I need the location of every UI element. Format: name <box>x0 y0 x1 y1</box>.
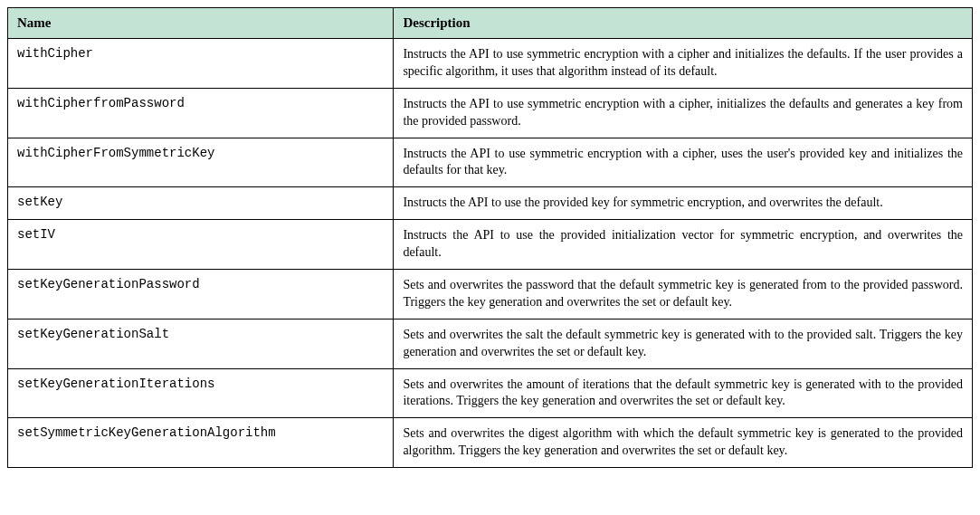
table-row: setKey Instructs the API to use the prov… <box>8 187 973 220</box>
table-row: setIV Instructs the API to use the provi… <box>8 220 973 270</box>
table-header-row: Name Description <box>8 8 973 39</box>
method-name: setIV <box>8 220 394 270</box>
method-description: Sets and overwrites the digest algorithm… <box>394 418 973 468</box>
method-description: Sets and overwrites the amount of iterat… <box>394 368 973 418</box>
method-name: setKeyGenerationSalt <box>8 319 394 368</box>
method-description: Sets and overwrites the password that th… <box>394 270 973 319</box>
method-description: Instructs the API to use the provided ke… <box>394 187 973 220</box>
method-description: Instructs the API to use symmetric encry… <box>394 88 973 138</box>
method-name: withCipherfromPassword <box>8 88 394 138</box>
table-row: withCipher Instructs the API to use symm… <box>8 39 973 89</box>
table-row: setKeyGenerationIterations Sets and over… <box>8 368 973 418</box>
method-description: Instructs the API to use symmetric encry… <box>394 39 973 89</box>
table-row: withCipherFromSymmetricKey Instructs the… <box>8 138 973 187</box>
method-name: setKeyGenerationIterations <box>8 368 394 418</box>
table-row: setKeyGenerationSalt Sets and overwrites… <box>8 319 973 368</box>
table-row: withCipherfromPassword Instructs the API… <box>8 88 973 138</box>
header-description: Description <box>394 8 973 39</box>
method-description: Instructs the API to use the provided in… <box>394 220 973 270</box>
header-name: Name <box>8 8 394 39</box>
method-description: Sets and overwrites the salt the default… <box>394 319 973 368</box>
method-name: withCipherFromSymmetricKey <box>8 138 394 187</box>
method-name: setSymmetricKeyGenerationAlgorithm <box>8 418 394 468</box>
method-description: Instructs the API to use symmetric encry… <box>394 138 973 187</box>
method-name: withCipher <box>8 39 394 89</box>
method-name: setKeyGenerationPassword <box>8 270 394 319</box>
method-name: setKey <box>8 187 394 220</box>
table-row: setSymmetricKeyGenerationAlgorithm Sets … <box>8 418 973 468</box>
api-methods-table: Name Description withCipher Instructs th… <box>7 7 973 468</box>
table-row: setKeyGenerationPassword Sets and overwr… <box>8 270 973 319</box>
